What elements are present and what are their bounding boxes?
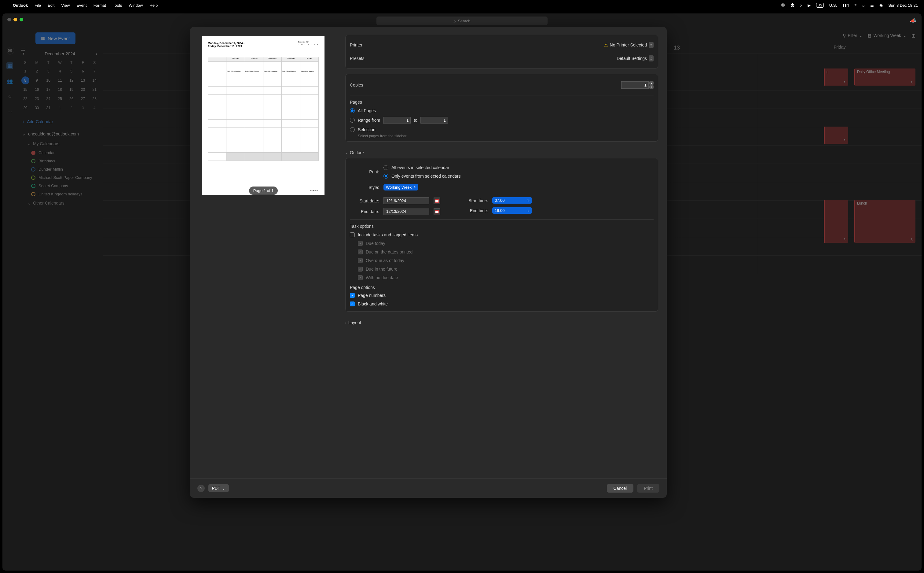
event-block[interactable]: Daily Office Meeting ↻ [854, 69, 915, 86]
style-select[interactable]: Working Week ⇅ [384, 184, 418, 191]
layout-section-toggle[interactable]: › Layout [345, 317, 658, 326]
calendar-item[interactable]: Dunder Mifflin [20, 165, 100, 173]
mini-calendar-day[interactable]: 23 [33, 95, 41, 103]
mini-calendar-day[interactable]: 6 [79, 67, 87, 75]
search-field[interactable]: ⌕ Search [376, 17, 548, 25]
mini-calendar-day[interactable]: 14 [91, 77, 98, 85]
start-time-select[interactable]: 07:00 ⇅ [492, 197, 532, 204]
mini-calendar-day[interactable]: 12 [67, 77, 75, 85]
end-date-input[interactable] [384, 208, 429, 215]
calendar-item[interactable]: Birthdays [20, 157, 100, 165]
stepper-down-icon[interactable]: ▾ [649, 85, 654, 89]
close-window[interactable] [7, 18, 11, 21]
mini-calendar-day[interactable]: 25 [56, 95, 64, 103]
battery-icon[interactable]: ▮▮▯ [843, 3, 849, 8]
menu-edit[interactable]: Edit [48, 3, 55, 8]
menu-event[interactable]: Event [76, 3, 86, 8]
mini-calendar-day[interactable]: 17 [44, 86, 52, 94]
mini-calendar-day[interactable]: 8 [21, 77, 29, 85]
new-event-button[interactable]: ▦ New Event [36, 33, 75, 44]
favorites-icon[interactable]: ☆ [6, 93, 13, 100]
mini-calendar-day[interactable]: 3 [44, 67, 52, 75]
control-center-icon[interactable]: ☰ [870, 3, 874, 8]
copies-input[interactable] [621, 81, 649, 89]
my-calendars-group[interactable]: ⌄ My Calendars [20, 139, 100, 149]
mini-calendar-day[interactable]: 27 [79, 95, 87, 103]
pages-selection-radio[interactable]: Selection [350, 125, 654, 134]
printer-select[interactable]: ⚠ No Printer Selected ▴▾ [604, 42, 654, 48]
menu-window[interactable]: Window [129, 3, 143, 8]
other-calendars-group[interactable]: ⌄ Other Calendars [20, 198, 100, 208]
pages-range-radio[interactable]: Range from to [350, 115, 654, 125]
mini-calendar-day[interactable]: 28 [91, 95, 98, 103]
end-date-picker-icon[interactable] [434, 208, 440, 215]
mini-calendar-day[interactable]: 21 [91, 86, 98, 94]
siri-icon[interactable]: ◉ [879, 3, 883, 8]
mini-calendar-day[interactable]: 20 [79, 86, 87, 94]
print-all-events-radio[interactable]: All events in selected calendar [384, 163, 460, 172]
calendar-item[interactable]: Michael Scott Paper Company [20, 173, 100, 182]
mini-calendar-day[interactable]: 26 [67, 95, 75, 103]
copies-stepper[interactable]: ▴▾ [621, 81, 654, 89]
people-icon[interactable]: 👥 [6, 78, 13, 85]
next-month-icon[interactable]: › [96, 52, 97, 56]
mini-calendar-day[interactable]: 16 [33, 86, 41, 94]
stepper-up-icon[interactable]: ▴ [649, 81, 654, 85]
print-button[interactable]: Print [637, 484, 659, 493]
new-item-button[interactable]: + [7, 47, 14, 55]
start-date-picker-icon[interactable] [434, 197, 440, 204]
menu-format[interactable]: Format [94, 3, 106, 8]
menu-file[interactable]: File [34, 3, 41, 8]
screen-mirroring-icon[interactable]: ▶ [808, 3, 811, 8]
add-calendar-button[interactable]: + Add Calendar [20, 117, 100, 126]
spotlight-icon[interactable]: ⌕ [862, 3, 865, 8]
page-numbers-checkbox[interactable]: Page numbers [350, 291, 654, 300]
pages-all-radio[interactable]: All Pages [350, 106, 654, 115]
mini-calendar-day[interactable]: 29 [21, 104, 29, 112]
announcements-icon[interactable]: 📣 [910, 18, 916, 23]
more-apps-icon[interactable]: ⋯ [6, 108, 13, 115]
range-to-input[interactable] [420, 117, 448, 124]
mini-calendar-day[interactable]: 24 [44, 95, 52, 103]
mini-calendar-day[interactable]: 15 [21, 86, 29, 94]
panel-toggle-icon[interactable]: ◫ [912, 33, 915, 38]
mini-calendar-day[interactable]: 5 [67, 67, 75, 75]
presets-select[interactable]: Default Settings ▴▾ [617, 55, 654, 61]
menu-help[interactable]: Help [150, 3, 158, 8]
mini-calendar-day[interactable]: 11 [56, 77, 64, 85]
mini-calendar-day[interactable]: 4 [91, 104, 98, 112]
start-date-input[interactable] [384, 197, 429, 204]
calendar-item[interactable]: Secret Company [20, 182, 100, 190]
event-block[interactable]: g ↻ [824, 69, 848, 86]
end-time-select[interactable]: 19:00 ⇅ [492, 207, 532, 214]
toggle-sidebar-icon[interactable]: ☰ [21, 48, 25, 53]
outlook-section-toggle[interactable]: ⌄ Outlook [345, 147, 658, 156]
wifi-icon[interactable]: ⌔ [854, 3, 857, 8]
event-block[interactable]: Lunch ↻ [854, 200, 915, 243]
range-from-input[interactable] [383, 117, 410, 124]
zoom-window[interactable] [20, 18, 23, 21]
event-block[interactable]: ↻ [824, 200, 848, 243]
help-button[interactable]: ? [197, 485, 205, 492]
mini-calendar-day[interactable]: 10 [44, 77, 52, 85]
grammarly-icon[interactable]: Ⓖ [781, 2, 785, 8]
bluetooth-icon[interactable]: ᚛ [800, 3, 802, 8]
mini-calendar-day[interactable]: 13 [79, 77, 87, 85]
mini-calendar-day[interactable]: 7 [91, 67, 98, 75]
mini-calendar-day[interactable]: 1 [21, 67, 29, 75]
print-only-selected-radio[interactable]: Only events from selected calendars [384, 172, 460, 180]
mini-calendar-day[interactable]: 2 [33, 67, 41, 75]
view-mode-button[interactable]: ▦ Working Week ⌄ [868, 33, 907, 38]
calendar-item[interactable]: Calendar [20, 149, 100, 157]
black-white-checkbox[interactable]: Black and white [350, 300, 654, 308]
account-row[interactable]: ⌄ onecaldemo@outlook.com [20, 129, 100, 139]
mini-calendar-day[interactable]: 31 [44, 104, 52, 112]
clock[interactable]: Sun 8 Dec 18:21 [888, 3, 918, 8]
mini-calendar-day[interactable]: 22 [21, 95, 29, 103]
minimize-window[interactable] [14, 18, 17, 21]
mini-calendar-day[interactable]: 4 [56, 67, 64, 75]
calendar-item[interactable]: United Kingdom holidays [20, 190, 100, 198]
include-tasks-checkbox[interactable]: Include tasks and flagged items [350, 230, 654, 239]
app-menu[interactable]: Outlook [13, 3, 28, 8]
menu-tools[interactable]: Tools [113, 3, 122, 8]
